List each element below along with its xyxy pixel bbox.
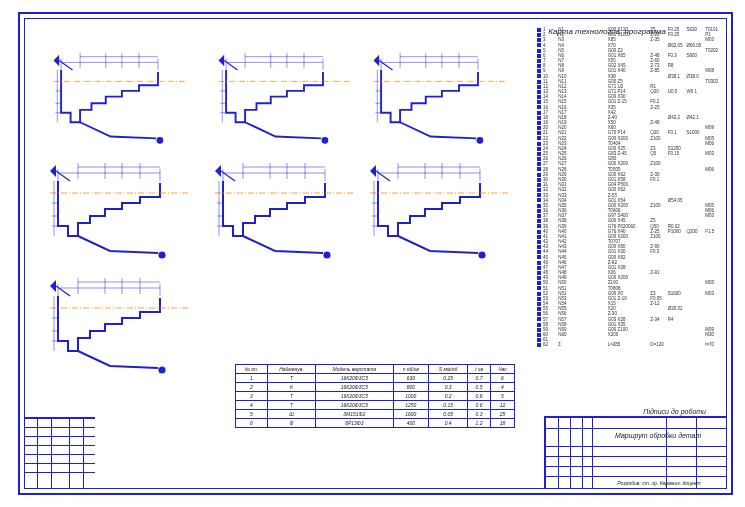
machining-view-4 bbox=[50, 161, 190, 261]
spec-cell: t=70 bbox=[703, 342, 720, 347]
drawing-sheet: Карта технологов. программа bbox=[0, 0, 745, 507]
svg-point-60 bbox=[324, 252, 330, 258]
ops-cell: 0.4 bbox=[429, 419, 468, 428]
title-block: Підписи до роботи Маршрут обробки деталі… bbox=[544, 416, 726, 488]
ops-cell: 12 bbox=[490, 401, 514, 410]
ops-header: t хв bbox=[468, 365, 491, 374]
tb-footer: Розробив: ст. гр. Керівник: доцент bbox=[596, 481, 722, 487]
ops-cell: 0.25 bbox=[429, 374, 468, 383]
ops-cell: 1600 bbox=[393, 410, 429, 419]
ops-cell: 630 bbox=[393, 374, 429, 383]
ops-cell: 400 bbox=[393, 419, 429, 428]
ops-cell: 3 bbox=[236, 392, 268, 401]
ops-cell: 0.3 bbox=[468, 410, 491, 419]
spec-cell bbox=[684, 342, 703, 347]
revision-block bbox=[25, 417, 95, 488]
ops-cell: 6Р13Ф3 bbox=[316, 419, 393, 428]
ops-cell: 4 bbox=[236, 401, 268, 410]
ops-cell: 0.2 bbox=[429, 392, 468, 401]
spec-cell: Ø54.05 bbox=[666, 198, 685, 203]
ops-cell: 16К20Ф3С5 bbox=[316, 383, 393, 392]
tb-main-title: Маршрут обробки деталі bbox=[594, 432, 722, 439]
ops-cell: 1000 bbox=[393, 392, 429, 401]
spec-cell: T0303 bbox=[703, 79, 720, 84]
svg-point-90 bbox=[159, 367, 165, 373]
outer-frame: Карта технологов. программа bbox=[18, 12, 733, 495]
ops-cell: Т bbox=[267, 401, 315, 410]
spec-cell bbox=[666, 342, 685, 347]
spec-idx: 62 bbox=[535, 342, 556, 347]
svg-point-45 bbox=[159, 252, 165, 258]
ops-cell: 3М151Ф2 bbox=[316, 410, 393, 419]
ops-cell: 5 bbox=[236, 410, 268, 419]
ops-cell: Т bbox=[267, 374, 315, 383]
ops-header: № оп. bbox=[236, 365, 268, 374]
spec-cell: D=120 bbox=[648, 342, 665, 347]
ops-cell: 0.7 bbox=[468, 374, 491, 383]
views-area bbox=[35, 41, 526, 368]
ops-cell: 16К20Ф3С5 bbox=[316, 374, 393, 383]
svg-point-0 bbox=[157, 137, 163, 143]
ops-cell: 18 bbox=[490, 419, 514, 428]
ops-cell: 1250 bbox=[393, 401, 429, 410]
ops-cell: 4 bbox=[490, 383, 514, 392]
machining-view-5 bbox=[215, 161, 355, 261]
ops-cell: Т bbox=[267, 392, 315, 401]
ops-cell: 6 bbox=[236, 419, 268, 428]
ops-cell: 1.2 bbox=[468, 419, 491, 428]
ops-header: n об/хв bbox=[393, 365, 429, 374]
ops-cell: 16К20Ф3С5 bbox=[316, 392, 393, 401]
ops-cell: 16К20Ф3С5 bbox=[316, 401, 393, 410]
ops-cell: Ш bbox=[267, 410, 315, 419]
specification-table: 1N1G00 X120Z5F0.25S630T01012N2G01 X100Z-… bbox=[535, 27, 720, 348]
ops-cell: 6 bbox=[490, 374, 514, 383]
ops-header: Модель верстата bbox=[316, 365, 393, 374]
spec-cell: Ø60.05 bbox=[684, 43, 703, 48]
ops-cell: 0.3 bbox=[429, 383, 468, 392]
ops-cell: 25 bbox=[490, 410, 514, 419]
ops-cell: 2 bbox=[236, 383, 268, 392]
machining-view-7 bbox=[50, 276, 190, 376]
spec-cell: L=285 bbox=[606, 342, 649, 347]
spec-cell: T0202 bbox=[703, 48, 720, 53]
ops-header: S мм/об bbox=[429, 365, 468, 374]
ops-cell: 0.8 bbox=[468, 392, 491, 401]
svg-point-15 bbox=[322, 137, 328, 143]
ops-cell: Ф bbox=[267, 419, 315, 428]
spec-cell: Ø62.05 bbox=[666, 43, 685, 48]
tb-caption: Підписи до роботи bbox=[643, 408, 706, 415]
ops-cell: 800 bbox=[393, 383, 429, 392]
machining-view-3 bbox=[370, 51, 510, 146]
spec-cell: Σ bbox=[556, 342, 605, 347]
ops-cell: 0.05 bbox=[429, 410, 468, 419]
machining-view-2 bbox=[215, 51, 355, 146]
machining-view-1 bbox=[50, 51, 190, 146]
ops-cell: 5 bbox=[490, 392, 514, 401]
spec-cell: Ø20.02 bbox=[666, 306, 685, 311]
ops-header: Час bbox=[490, 365, 514, 374]
ops-cell: 0.6 bbox=[468, 401, 491, 410]
ops-cell: 0.15 bbox=[429, 401, 468, 410]
inner-frame: Карта технологов. программа bbox=[24, 18, 727, 489]
svg-point-75 bbox=[479, 252, 485, 258]
ops-cell: 0.5 bbox=[468, 383, 491, 392]
ops-header: Найменув. bbox=[267, 365, 315, 374]
ops-cell: К bbox=[267, 383, 315, 392]
operations-table: № оп.Найменув.Модель верстатаn об/хвS мм… bbox=[235, 364, 515, 428]
machining-view-6 bbox=[370, 161, 510, 261]
svg-point-30 bbox=[477, 137, 483, 143]
ops-cell: 1 bbox=[236, 374, 268, 383]
